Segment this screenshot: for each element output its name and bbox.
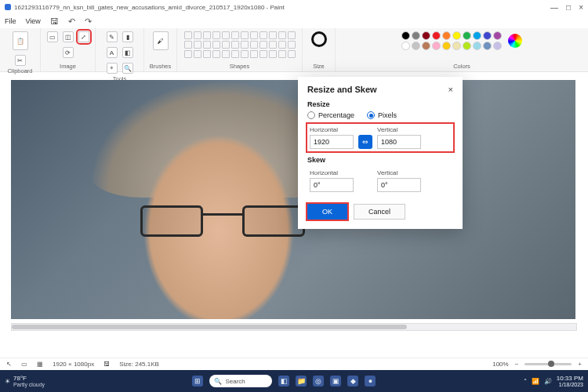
resize-skew-dialog: Resize and Skew × Resize Percentage Pixe… — [298, 77, 463, 229]
wifi-icon[interactable]: 📶 — [532, 378, 539, 385]
radio-pixels-label: Pixels — [378, 111, 397, 119]
explorer-button[interactable]: 📁 — [296, 376, 307, 387]
selection-icon: ▭ — [21, 361, 27, 368]
color-swatch[interactable] — [422, 31, 430, 40]
text-tool[interactable]: A — [107, 47, 118, 58]
radio-percentage[interactable]: Percentage — [307, 111, 354, 119]
task-view-button[interactable]: ◧ — [278, 376, 289, 387]
redo-icon[interactable]: ↷ — [85, 16, 92, 27]
cut-button[interactable]: ✂ — [15, 55, 26, 66]
resize-fields: Horizontal 1920 ⇔ Vertical 1080 — [307, 124, 453, 151]
size-button[interactable] — [311, 31, 327, 47]
colors-grid[interactable] — [401, 31, 502, 50]
vertical-label: Vertical — [377, 126, 421, 133]
cancel-button[interactable]: Cancel — [354, 204, 405, 220]
clock-time[interactable]: 10:33 PM — [557, 375, 583, 382]
volume-icon[interactable]: 🔊 — [544, 378, 552, 385]
color-swatch[interactable] — [432, 31, 441, 40]
color-swatch[interactable] — [412, 42, 420, 50]
shapes-grid[interactable] — [184, 31, 296, 58]
eraser-tool[interactable]: ◧ — [122, 47, 133, 58]
color-swatch[interactable] — [412, 31, 420, 40]
color-swatch[interactable] — [483, 42, 492, 50]
color-swatch[interactable] — [452, 31, 461, 40]
color-swatch[interactable] — [422, 42, 430, 50]
ribbon-brushes-label: Brushes — [150, 63, 172, 70]
horizontal-label: Horizontal — [310, 126, 354, 133]
skew-horizontal-label: Horizontal — [310, 169, 354, 176]
resize-section-label: Resize — [307, 100, 453, 108]
skew-vertical-input[interactable]: 0° — [377, 178, 421, 192]
skew-fields: Horizontal 0° Vertical 0° — [307, 167, 453, 194]
edge-button[interactable]: ◎ — [313, 376, 324, 387]
color-swatch[interactable] — [401, 31, 410, 40]
canvas[interactable] — [11, 80, 575, 319]
search-placeholder: Search — [225, 378, 245, 385]
paste-button[interactable]: 📋 — [13, 31, 28, 50]
dialog-close-button[interactable]: × — [448, 85, 453, 94]
skew-section-label: Skew — [307, 156, 453, 164]
lock-aspect-button[interactable]: ⇔ — [358, 135, 372, 149]
color-swatch[interactable] — [463, 42, 471, 50]
ribbon-shapes-label: Shapes — [230, 63, 249, 70]
taskbar-search[interactable]: 🔍Search — [209, 375, 272, 387]
menu-file[interactable]: File — [5, 17, 16, 25]
weather-icon[interactable]: ☀ — [5, 378, 10, 385]
color-swatch[interactable] — [463, 31, 471, 40]
app-button-2[interactable]: ◆ — [347, 376, 358, 387]
close-button[interactable]: × — [579, 3, 583, 12]
color-swatch[interactable] — [452, 42, 461, 50]
color-swatch[interactable] — [401, 42, 410, 50]
maximize-button[interactable]: □ — [566, 3, 571, 12]
temperature: 78°F — [13, 375, 45, 382]
image-content — [140, 205, 305, 237]
clock-date[interactable]: 1/18/2023 — [557, 382, 583, 387]
start-button[interactable]: ⊞ — [192, 376, 203, 387]
app-button-3[interactable]: ● — [365, 376, 376, 387]
zoom-slider[interactable] — [524, 363, 572, 365]
app-button[interactable]: ▣ — [330, 376, 341, 387]
minimize-button[interactable]: — — [550, 3, 558, 12]
select-button[interactable]: ▭ — [47, 31, 58, 42]
radio-pixels[interactable]: Pixels — [367, 111, 397, 119]
color-swatch[interactable] — [442, 42, 451, 50]
vertical-input[interactable]: 1080 — [377, 135, 421, 149]
brush-button[interactable]: 🖌 — [153, 31, 169, 50]
ribbon-clipboard: 📋✂ Clipboard — [0, 28, 41, 71]
edit-colors-button[interactable] — [508, 34, 522, 48]
crop-button[interactable]: ◫ — [63, 31, 74, 42]
rotate-button[interactable]: ⟳ — [63, 47, 74, 58]
undo-icon[interactable]: ↶ — [68, 16, 75, 27]
app-icon — [5, 4, 11, 10]
skew-horizontal-input[interactable]: 0° — [310, 178, 354, 192]
resize-button[interactable]: ⤢ — [78, 31, 89, 42]
color-swatch[interactable] — [473, 31, 481, 40]
ribbon-colors-label: Colors — [453, 63, 470, 70]
menu-view[interactable]: View — [26, 17, 41, 25]
horizontal-scrollbar[interactable] — [11, 323, 577, 331]
ribbon-tools: ✎ ▮ A ◧ ⌖ 🔍 Tools — [96, 28, 144, 71]
color-swatch[interactable] — [493, 42, 502, 50]
ribbon-colors: Colors — [336, 28, 588, 71]
taskbar: ☀ 78°F Partly cloudy ⊞ 🔍Search ◧ 📁 ◎ ▣ ◆… — [0, 370, 588, 392]
tray-chevron-icon[interactable]: ˄ — [524, 378, 527, 385]
window-title: 1621293116779_nn_ksn_bill_gates_new_accu… — [14, 4, 550, 11]
color-swatch[interactable] — [432, 42, 441, 50]
ribbon-image: ▭ ◫ ⤢ ⟳ Image — [41, 28, 96, 71]
ribbon-size: Size — [303, 28, 336, 71]
ribbon-shapes: Shapes — [177, 28, 303, 71]
search-icon: 🔍 — [214, 378, 222, 385]
horizontal-input[interactable]: 1920 — [310, 135, 354, 149]
fill-tool[interactable]: ▮ — [122, 31, 133, 42]
color-swatch[interactable] — [473, 42, 481, 50]
pencil-tool[interactable]: ✎ — [107, 31, 118, 42]
zoom-in-button[interactable]: + — [578, 361, 582, 368]
save-icon[interactable]: 🖫 — [50, 16, 59, 26]
ok-button[interactable]: OK — [307, 204, 347, 220]
color-swatch[interactable] — [493, 31, 502, 40]
color-swatch[interactable] — [442, 31, 451, 40]
zoom-out-button[interactable]: − — [515, 361, 519, 368]
filesize-value: Size: 245.1KB — [119, 361, 159, 368]
window-controls: — □ × — [550, 3, 583, 12]
color-swatch[interactable] — [483, 31, 492, 40]
